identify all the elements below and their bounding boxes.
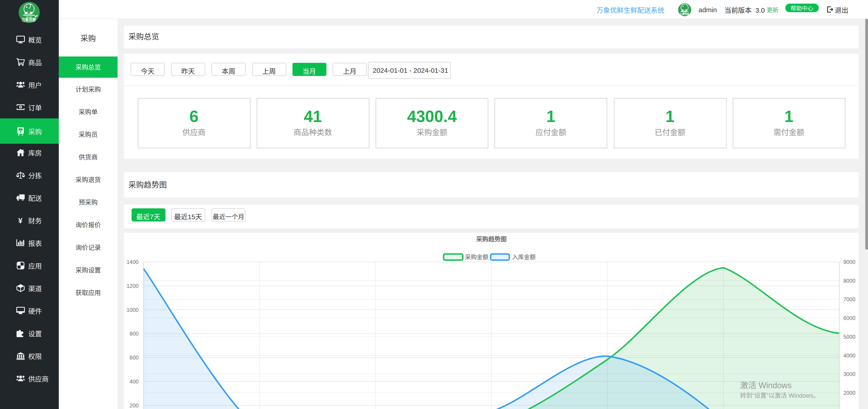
svg-text:9000: 9000 <box>843 259 855 265</box>
svg-text:1200: 1200 <box>127 283 138 289</box>
svg-text:400: 400 <box>129 378 138 385</box>
svg-text:1000: 1000 <box>127 307 138 313</box>
svg-text:万象优鲜: 万象优鲜 <box>680 12 689 15</box>
svg-text:采购金额: 采购金额 <box>465 254 489 260</box>
svg-text:4000: 4000 <box>843 352 855 358</box>
svg-text:1: 1 <box>20 105 21 109</box>
svg-text:6000: 6000 <box>843 315 855 321</box>
svg-text:800: 800 <box>129 331 138 337</box>
svg-text:¥: ¥ <box>18 216 23 224</box>
svg-text:200: 200 <box>129 403 138 409</box>
svg-text:2000: 2000 <box>843 390 855 396</box>
svg-text:7000: 7000 <box>843 296 855 302</box>
svg-text:3000: 3000 <box>843 371 855 377</box>
svg-text:采购趋势图: 采购趋势图 <box>476 236 507 243</box>
svg-text:1400: 1400 <box>127 259 138 265</box>
svg-text:入库金额: 入库金额 <box>512 254 536 260</box>
svg-text:600: 600 <box>129 354 138 360</box>
svg-text:WAN XIANG YOU XIAN: WAN XIANG YOU XIAN <box>23 21 35 22</box>
svg-text:8000: 8000 <box>843 278 855 284</box>
svg-text:5000: 5000 <box>843 334 855 340</box>
